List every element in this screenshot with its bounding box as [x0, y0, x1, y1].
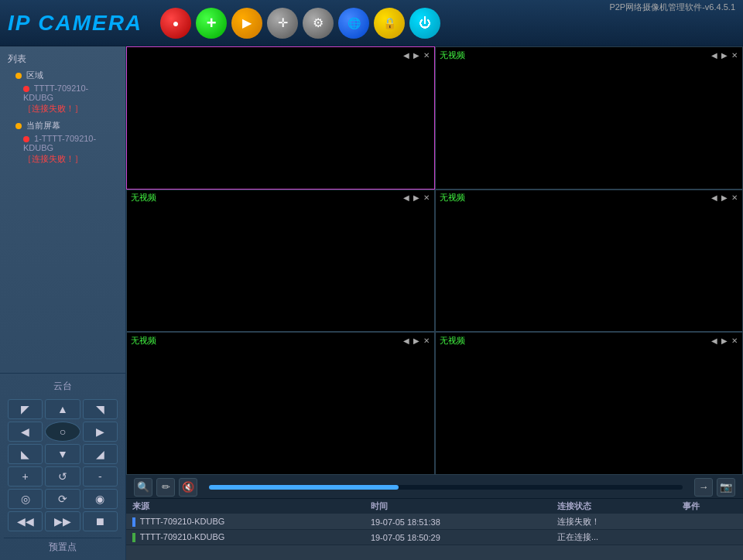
video-next-2[interactable]: ▶: [721, 50, 728, 60]
video-next-6[interactable]: ▶: [721, 336, 728, 346]
ptz-next[interactable]: ▶▶: [45, 511, 80, 531]
video-panel-6[interactable]: 无视频 ◀ ▶ ✕: [435, 332, 744, 475]
crosshair-button[interactable]: ✛: [267, 8, 298, 39]
video-header-5: 无视频 ◀ ▶ ✕: [127, 333, 434, 348]
video-prev-1[interactable]: ◀: [402, 50, 410, 60]
video-header-2: 无视频 ◀ ▶ ✕: [436, 47, 743, 63]
video-close-6[interactable]: ✕: [731, 336, 738, 346]
sidebar-item-camera1[interactable]: TTTT-709210-KDUBG: [4, 83, 122, 103]
video-next-3[interactable]: ▶: [413, 193, 420, 203]
lock-button[interactable]: 🔒: [374, 8, 405, 39]
ptz-auto[interactable]: ⟳: [45, 489, 80, 509]
video-close-1[interactable]: ✕: [423, 50, 430, 60]
sidebar-item-screen[interactable]: 当前屏幕: [4, 118, 122, 133]
table-row: TTTT-709210-KDUBG 19-07-05 18:51:38 连接失败…: [126, 514, 743, 530]
video-label-5: 无视频: [131, 335, 156, 347]
ptz-iris-close[interactable]: ◉: [83, 489, 118, 509]
video-content-5: [127, 333, 434, 474]
main-layout: 列表 区域 TTTT-709210-KDUBG ［连接失败！］ 当前屏幕: [0, 46, 743, 560]
video-close-2[interactable]: ✕: [731, 50, 738, 60]
arrow-right-button[interactable]: →: [694, 478, 713, 497]
ptz-iris-open[interactable]: ◎: [8, 489, 43, 509]
ptz-prev[interactable]: ◀◀: [8, 511, 43, 531]
video-prev-3[interactable]: ◀: [402, 193, 410, 203]
video-controls-5: ◀ ▶ ✕: [402, 336, 430, 346]
ptz-zoomout[interactable]: -: [83, 466, 118, 487]
col-event: 事件: [676, 499, 744, 514]
resize-handle[interactable]: [124, 46, 128, 475]
content-area: ◀ ▶ ✕ 无视频 ◀ ▶ ✕: [126, 46, 743, 560]
search-button[interactable]: 🔍: [134, 478, 152, 497]
video-panel-3[interactable]: 无视频 ◀ ▶ ✕: [126, 190, 435, 333]
ptz-up[interactable]: ▲: [45, 399, 80, 419]
folder-icon: [15, 73, 22, 79]
snapshot-button[interactable]: 📷: [717, 478, 735, 497]
snapshot-icon: 📷: [720, 481, 732, 493]
ptz-downleft[interactable]: ◣: [8, 444, 43, 464]
ptz-downright[interactable]: ◢: [83, 444, 118, 464]
bottom-bar: 🔍 ✏ 🔇 →: [126, 475, 743, 560]
video-prev-4[interactable]: ◀: [710, 193, 718, 203]
video-grid: ◀ ▶ ✕ 无视频 ◀ ▶ ✕: [126, 46, 743, 475]
edit-button[interactable]: ✏: [156, 478, 175, 497]
video-close-4[interactable]: ✕: [731, 193, 738, 203]
video-prev-2[interactable]: ◀: [710, 50, 718, 60]
video-controls-1: ◀ ▶ ✕: [402, 50, 430, 60]
event-source: TTTT-709210-KDUBG: [126, 530, 365, 545]
video-panel-4[interactable]: 无视频 ◀ ▶ ✕: [435, 190, 744, 333]
network-button[interactable]: 🌐: [338, 8, 369, 39]
video-prev-6[interactable]: ◀: [710, 336, 718, 346]
video-controls-2: ◀ ▶ ✕: [710, 50, 738, 60]
record-button[interactable]: ●: [160, 8, 191, 39]
settings-button[interactable]: ⚙: [303, 8, 334, 39]
arrow-right-icon: →: [699, 481, 709, 493]
preset-label: 预置点: [4, 538, 122, 556]
video-close-3[interactable]: ✕: [423, 193, 430, 203]
video-close-5[interactable]: ✕: [423, 336, 430, 346]
event-event: [676, 514, 744, 530]
video-next-4[interactable]: ▶: [721, 193, 728, 203]
ptz-right[interactable]: ▶: [83, 422, 118, 442]
screen-label: 当前屏幕: [26, 121, 60, 130]
video-prev-5[interactable]: ◀: [402, 336, 410, 346]
bottom-toolbar: 🔍 ✏ 🔇 →: [126, 476, 743, 499]
play-button[interactable]: ▶: [231, 8, 262, 39]
video-panel-2[interactable]: 无视频 ◀ ▶ ✕: [435, 46, 744, 190]
ptz-left[interactable]: ◀: [8, 422, 43, 442]
power-button[interactable]: ⏻: [409, 8, 440, 39]
mute-button[interactable]: 🔇: [179, 478, 197, 497]
video-panel-5[interactable]: 无视频 ◀ ▶ ✕: [126, 332, 435, 475]
ptz-rotate[interactable]: ↺: [45, 466, 80, 487]
row-indicator: [132, 533, 135, 542]
volume-slider[interactable]: [209, 485, 683, 490]
video-content-2: [436, 47, 743, 189]
camera2-name: 1-TTTT-709210-KDUBG: [23, 134, 96, 152]
ptz-upleft[interactable]: ◤: [8, 399, 43, 419]
app-title: IP CAMERA: [8, 11, 142, 36]
video-controls-4: ◀ ▶ ✕: [710, 193, 738, 203]
video-label-4: 无视频: [440, 192, 465, 203]
video-next-1[interactable]: ▶: [413, 50, 420, 60]
col-status: 连接状态: [551, 499, 676, 514]
ptz-controls: ◤ ▲ ◥ ◀ ○ ▶ ◣ ▼ ◢ + ↺ - ◎ ⟳ ◉ ◀◀ ▶▶: [4, 395, 122, 535]
video-content-3: [127, 190, 434, 332]
video-next-5[interactable]: ▶: [413, 336, 420, 346]
ptz-center[interactable]: ○: [45, 422, 80, 442]
event-table: 来源 时间 连接状态 事件 TTTT-709210-KDUBG 19-07-05…: [126, 499, 743, 560]
event-rows: TTTT-709210-KDUBG 19-07-05 18:51:38 连接失败…: [126, 514, 743, 545]
camera2-icon: [23, 136, 29, 142]
event-time: 19-07-05 18:51:38: [365, 514, 551, 530]
sidebar-item-region[interactable]: 区域: [4, 68, 122, 83]
add-button[interactable]: +: [196, 8, 227, 39]
ptz-stop[interactable]: ⏹: [83, 511, 118, 531]
video-label-2: 无视频: [440, 50, 465, 61]
ptz-down[interactable]: ▼: [45, 444, 80, 464]
ptz-zoomin[interactable]: +: [8, 466, 43, 487]
event-time: 19-07-05 18:50:29: [365, 530, 551, 545]
search-icon: 🔍: [137, 481, 149, 493]
ptz-upright[interactable]: ◥: [83, 399, 118, 419]
video-content-4: [436, 190, 743, 332]
table-header: 来源 时间 连接状态 事件: [126, 499, 743, 514]
sidebar-item-camera2[interactable]: 1-TTTT-709210-KDUBG: [4, 133, 122, 153]
video-panel-1[interactable]: ◀ ▶ ✕: [126, 46, 435, 190]
